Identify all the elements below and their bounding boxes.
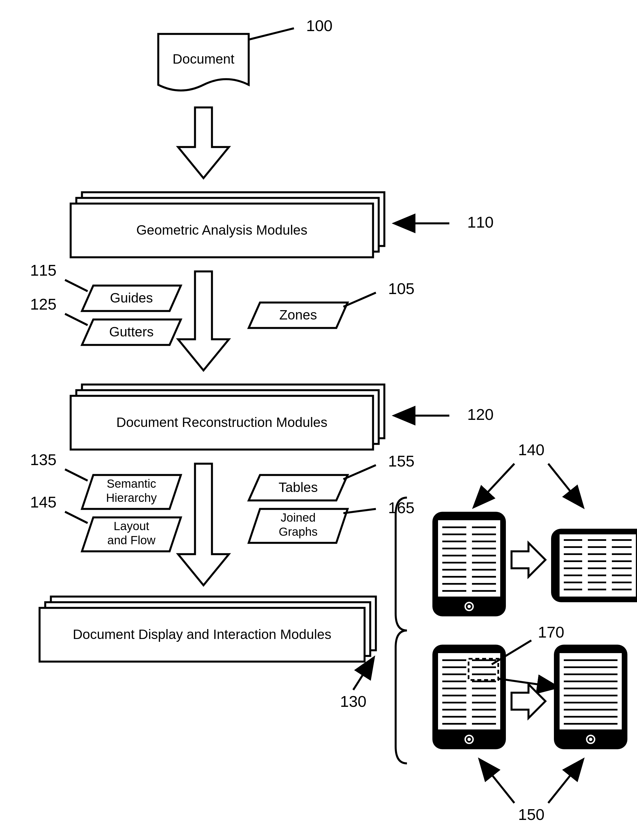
ref-100: 100 <box>306 17 332 35</box>
leader-115 <box>65 280 88 291</box>
guides-para: Guides <box>82 286 181 311</box>
leader-105 <box>344 293 376 307</box>
ref-135: 135 <box>30 451 57 469</box>
layout-label-2: and Flow <box>107 534 156 547</box>
zones-label: Zones <box>279 307 317 322</box>
ref-105: 105 <box>388 279 414 297</box>
patent-figure: Document 100 Geometric Analysis Modules … <box>0 0 637 840</box>
leader-135 <box>65 469 88 481</box>
phone-portrait-1 <box>432 512 506 616</box>
document-label: Document <box>173 52 235 66</box>
recon-modules-box: Document Reconstruction Modules <box>71 385 384 450</box>
tables-label: Tables <box>279 480 318 495</box>
geom-modules-box: Geometric Analysis Modules <box>71 192 384 257</box>
svg-point-12 <box>467 605 471 608</box>
small-arrow-1 <box>511 543 546 577</box>
ref-170: 170 <box>538 623 564 641</box>
leader-140b <box>548 464 582 506</box>
selection-arrow <box>497 679 557 687</box>
leader-125 <box>65 314 88 325</box>
phone-landscape <box>551 529 637 602</box>
leader-130 <box>353 659 373 690</box>
layout-para: Layout and Flow <box>82 517 181 551</box>
layout-label-1: Layout <box>114 519 149 533</box>
ref-120: 120 <box>467 406 494 423</box>
ref-155: 155 <box>388 452 414 470</box>
semantic-para: Semantic Hierarchy <box>82 475 181 509</box>
ref-125: 125 <box>30 295 57 313</box>
geom-modules-label: Geometric Analysis Modules <box>136 223 307 237</box>
joined-para: Joined Graphs <box>249 509 348 543</box>
leader-145 <box>65 512 88 523</box>
ref-110: 110 <box>467 213 494 231</box>
leader-150b <box>548 761 582 803</box>
leader-150a <box>481 761 514 803</box>
leader-140a <box>475 464 514 506</box>
semantic-label-2: Hierarchy <box>106 491 157 504</box>
display-modules-box: Document Display and Interaction Modules <box>39 597 376 662</box>
ref-140: 140 <box>518 441 544 459</box>
leader-155 <box>344 465 376 479</box>
svg-point-64 <box>467 737 471 741</box>
recon-modules-label: Document Reconstruction Modules <box>116 415 327 430</box>
display-modules-label: Document Display and Interaction Modules <box>73 627 331 642</box>
ref-165: 165 <box>388 499 414 516</box>
leader-100 <box>249 28 294 39</box>
joined-label-2: Graphs <box>279 525 318 538</box>
svg-rect-10 <box>438 520 500 597</box>
flow-arrow-1 <box>178 107 229 178</box>
ref-145: 145 <box>30 493 57 511</box>
small-arrow-2 <box>511 684 546 718</box>
phone-portrait-2 <box>432 645 506 749</box>
joined-label-1: Joined <box>281 511 316 524</box>
document-shape: Document <box>158 34 249 90</box>
brace <box>396 497 407 763</box>
guides-label: Guides <box>110 291 153 305</box>
zones-para: Zones <box>249 303 348 328</box>
svg-rect-34 <box>560 534 636 597</box>
flow-arrow-3 <box>178 464 229 585</box>
tables-para: Tables <box>249 475 348 501</box>
gutters-para: Gutters <box>82 319 181 345</box>
flow-arrow-2 <box>178 272 229 370</box>
ref-150: 150 <box>518 805 544 823</box>
ref-130: 130 <box>340 692 366 710</box>
semantic-label-1: Semantic <box>107 477 156 490</box>
svg-rect-86 <box>560 653 622 729</box>
svg-point-88 <box>589 737 592 741</box>
gutters-label: Gutters <box>109 324 153 339</box>
phone-portrait-3 <box>554 645 628 749</box>
ref-115: 115 <box>30 261 57 279</box>
